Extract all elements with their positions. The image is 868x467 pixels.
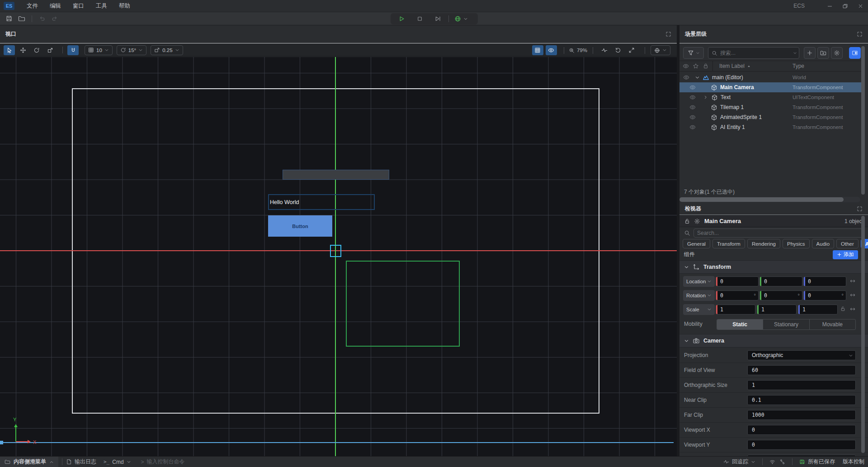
link-axes-icon[interactable] — [849, 278, 856, 284]
tab-transform[interactable]: Transform — [712, 239, 745, 248]
hierarchy-row-main-camera[interactable]: Main Camera TransformComponent — [679, 82, 861, 92]
hierarchy-row-ai-entity[interactable]: AI Entity 1 TransformComponent — [679, 122, 861, 132]
add-entity-button[interactable] — [804, 47, 816, 59]
step-button[interactable] — [432, 14, 443, 24]
chevron-down-icon[interactable] — [695, 75, 700, 80]
favorite-column-icon[interactable] — [693, 63, 699, 69]
rotation-z-field[interactable]: ° — [803, 291, 846, 300]
menu-window[interactable]: 窗口 — [67, 0, 90, 12]
link-axes-icon[interactable] — [849, 306, 856, 312]
console-input[interactable]: > 输入控制台命令 — [141, 458, 185, 466]
scene-canvas[interactable]: Hello World Button Y X — [0, 57, 677, 456]
close-button[interactable] — [853, 0, 868, 12]
lock-column-icon[interactable] — [703, 63, 709, 69]
mobility-static[interactable]: Static — [717, 319, 763, 329]
scale-snap-dropdown[interactable]: 0.25 — [151, 45, 183, 55]
mobility-stationary[interactable]: Stationary — [763, 319, 809, 329]
cmd-dropdown[interactable]: >_ Cmd — [104, 459, 131, 465]
app-logo[interactable]: ES — [4, 2, 14, 10]
rotation-y-field[interactable]: ° — [760, 291, 802, 300]
tab-physics[interactable]: Physics — [783, 239, 810, 248]
branch-icon[interactable] — [779, 459, 785, 465]
near-clip-input[interactable] — [747, 395, 856, 405]
far-clip-input[interactable] — [747, 410, 856, 420]
redo-button[interactable] — [49, 13, 60, 24]
hierarchy-vertical-scrollbar[interactable] — [861, 46, 865, 195]
undo-button[interactable] — [37, 13, 47, 24]
select-tool[interactable] — [4, 45, 15, 55]
mobility-movable[interactable]: Movable — [810, 319, 855, 329]
eye-icon[interactable] — [689, 124, 696, 130]
hierarchy-row-animatedsprite[interactable]: AnimatedSprite 1 TransformComponent — [679, 112, 861, 122]
expand-panel-icon[interactable] — [857, 31, 863, 37]
rotation-dropdown[interactable]: Rotation — [683, 290, 715, 301]
location-x-field[interactable] — [716, 276, 759, 286]
scene-region-rect[interactable] — [346, 261, 460, 347]
grid-toggle[interactable] — [532, 45, 543, 55]
visibility-column-icon[interactable] — [683, 63, 689, 69]
output-log-button[interactable]: 输出日志 — [66, 458, 96, 466]
scale-y-field[interactable] — [757, 305, 797, 315]
orthographic-size-input[interactable] — [747, 380, 856, 390]
snap-tool[interactable] — [67, 45, 79, 55]
filter-button[interactable] — [683, 47, 704, 59]
dock-panel-button[interactable] — [849, 47, 861, 59]
rotate-snap-dropdown[interactable]: 15° — [117, 45, 146, 55]
open-folder-button[interactable] — [16, 13, 27, 24]
eye-icon[interactable] — [689, 94, 696, 100]
scale-z-field[interactable] — [798, 305, 838, 315]
maximize-button[interactable] — [837, 0, 853, 12]
save-button[interactable] — [4, 13, 14, 24]
menu-file[interactable]: 文件 — [21, 0, 44, 12]
tab-other[interactable]: Other — [836, 239, 859, 248]
location-dropdown[interactable]: Location — [683, 276, 715, 287]
fit-view-button[interactable] — [626, 45, 637, 55]
camera-section-header[interactable]: Camera — [679, 334, 868, 348]
run-target-dropdown[interactable] — [454, 15, 468, 22]
new-folder-button[interactable] — [817, 47, 829, 59]
inspector-search-input[interactable] — [693, 229, 863, 238]
menu-edit[interactable]: 编辑 — [44, 0, 67, 12]
tab-rendering[interactable]: Rendering — [747, 239, 780, 248]
guide-blue-handle[interactable] — [0, 441, 3, 444]
menu-help[interactable]: 帮助 — [113, 0, 136, 12]
eye-icon[interactable] — [689, 104, 696, 110]
expand-panel-icon[interactable] — [665, 31, 671, 37]
hierarchy-row-tilemap[interactable]: Tilemap 1 TransformComponent — [679, 102, 861, 112]
rotation-x-field[interactable]: ° — [716, 291, 759, 300]
save-status[interactable]: 所有已保存 — [799, 458, 835, 466]
minimize-button[interactable] — [822, 0, 837, 12]
stop-button[interactable] — [414, 14, 425, 24]
hierarchy-search-input[interactable] — [720, 48, 790, 58]
scene-panel-bar[interactable] — [283, 170, 389, 180]
inspector-vertical-scrollbar[interactable] — [861, 216, 865, 453]
menu-tools[interactable]: 工具 — [90, 0, 113, 12]
hierarchy-row-world[interactable]: main (Editor) World — [679, 72, 861, 82]
play-button[interactable] — [396, 14, 407, 24]
lock-open-icon[interactable] — [684, 218, 690, 224]
expand-panel-icon[interactable] — [857, 206, 863, 212]
reset-view-button[interactable] — [612, 45, 623, 55]
scale-dropdown[interactable]: Scale — [683, 304, 715, 315]
grid-snap-dropdown[interactable]: 10 — [85, 45, 113, 55]
hierarchy-search[interactable] — [708, 47, 799, 59]
column-item-label[interactable]: Item Label — [719, 63, 745, 69]
uniform-scale-lock-icon[interactable] — [840, 306, 846, 312]
world-dropdown[interactable] — [651, 45, 670, 55]
hierarchy-row-text[interactable]: Text UITextComponent — [679, 92, 861, 102]
stats-toggle[interactable] — [599, 45, 610, 55]
scene-button-object[interactable]: Button — [268, 215, 332, 237]
link-axes-icon[interactable] — [849, 292, 856, 298]
hierarchy-horizontal-scrollbar[interactable] — [679, 197, 860, 202]
rotate-tool[interactable] — [31, 45, 42, 55]
location-z-field[interactable] — [803, 276, 846, 286]
transform-section-header[interactable]: Transform — [679, 260, 868, 274]
move-tool[interactable] — [17, 45, 28, 55]
projection-dropdown[interactable]: Orthographic — [747, 350, 856, 360]
visibility-toggle[interactable] — [546, 45, 557, 55]
field-of-view-input[interactable] — [747, 365, 856, 375]
selection-gizmo-box[interactable] — [330, 245, 341, 257]
eye-icon[interactable] — [689, 114, 696, 120]
gear-icon[interactable] — [694, 218, 700, 224]
tab-general[interactable]: General — [683, 239, 710, 248]
